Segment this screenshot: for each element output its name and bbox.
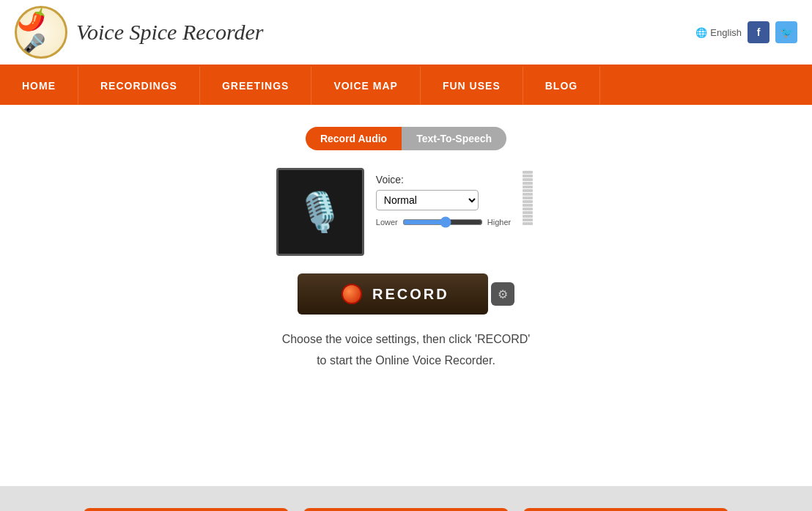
pitch-slider[interactable] (402, 216, 483, 228)
pitch-higher-label: Higher (487, 218, 511, 227)
record-btn-row: RECORD ⚙ (15, 273, 797, 315)
globe-icon: 🌐 (695, 27, 707, 38)
twitter-button[interactable]: 🐦 (775, 21, 797, 43)
level-bar-4 (523, 182, 533, 185)
instruction-line2: to start the Online Voice Recorder. (15, 350, 797, 372)
level-bar-8 (523, 196, 533, 199)
record-button[interactable]: RECORD (298, 273, 488, 315)
card-voice-map: 🌍 Voice Map of The World More (523, 508, 728, 511)
nav-bar: HOME RECORDINGS GREETINGS VOICE MAP FUN … (0, 67, 812, 105)
tab-record-audio[interactable]: Record Audio (306, 127, 402, 150)
level-bar-7 (523, 193, 533, 196)
top-bar: 🌶️🎤 Voice Spice Recorder 🌐 English f 🐦 (0, 0, 812, 67)
level-bar-11 (523, 207, 533, 210)
instruction-line1: Choose the voice settings, then click 'R… (15, 329, 797, 350)
level-bar-13 (523, 215, 533, 218)
twitter-icon: 🐦 (780, 26, 793, 38)
footer-cards: 🎤 Play a Game of "Voice Tag" More 🎉 Crea… (0, 486, 812, 511)
level-bar-9 (523, 200, 533, 203)
lang-label: English (710, 27, 742, 38)
settings-button[interactable]: ⚙ (491, 282, 514, 306)
level-meter (523, 168, 536, 225)
mic-box: 🎙️ (276, 168, 364, 256)
level-bar-12 (523, 211, 533, 214)
nav-item-home[interactable]: HOME (0, 67, 78, 105)
nav-item-voice-map[interactable]: VOICE MAP (311, 67, 421, 105)
logo-icon: 🌶️🎤 (17, 6, 65, 59)
level-bar-15 (523, 222, 533, 225)
main-content: Record Audio Text-To-Speech 🎙️ Voice: No… (0, 105, 812, 486)
record-label: RECORD (372, 286, 449, 303)
voice-select[interactable]: Normal Deep High Robot Echo (376, 190, 479, 210)
level-bar-3 (523, 178, 533, 181)
recorder-area: 🎙️ Voice: Normal Deep High Robot Echo Lo… (15, 168, 797, 256)
nav-item-greetings[interactable]: GREETINGS (200, 67, 311, 105)
facebook-icon: f (757, 26, 761, 38)
level-bar-5 (523, 185, 533, 188)
tab-text-to-speech[interactable]: Text-To-Speech (402, 127, 506, 150)
microphone-icon: 🎙️ (296, 190, 344, 235)
tab-row: Record Audio Text-To-Speech (15, 127, 797, 150)
level-bar-1 (523, 171, 533, 174)
app-title: Voice Spice Recorder (76, 20, 263, 45)
card-voice-tag: 🎤 Play a Game of "Voice Tag" More (84, 508, 289, 511)
voice-label: Voice: (376, 174, 511, 185)
level-bar-6 (523, 189, 533, 192)
voice-controls: Voice: Normal Deep High Robot Echo Lower… (364, 168, 523, 234)
instructions: Choose the voice settings, then click 'R… (15, 329, 797, 372)
language-button[interactable]: 🌐 English (695, 27, 742, 38)
card-greeting: 🎉 Create a Custom Greeting Card More (303, 508, 509, 511)
record-dot-icon (342, 284, 362, 304)
pitch-row: Lower Higher (376, 216, 511, 228)
nav-item-blog[interactable]: BLOG (523, 67, 600, 105)
level-bar-10 (523, 204, 533, 207)
nav-item-fun-uses[interactable]: FUN USES (421, 67, 523, 105)
facebook-button[interactable]: f (748, 21, 769, 43)
level-bar-2 (523, 174, 533, 177)
gear-icon: ⚙ (498, 287, 508, 301)
top-right: 🌐 English f 🐦 (695, 21, 797, 43)
logo-area: 🌶️🎤 Voice Spice Recorder (15, 6, 263, 59)
level-bar-14 (523, 218, 533, 221)
pitch-lower-label: Lower (376, 218, 398, 227)
logo-circle: 🌶️🎤 (15, 6, 67, 59)
nav-item-recordings[interactable]: RECORDINGS (78, 67, 200, 105)
